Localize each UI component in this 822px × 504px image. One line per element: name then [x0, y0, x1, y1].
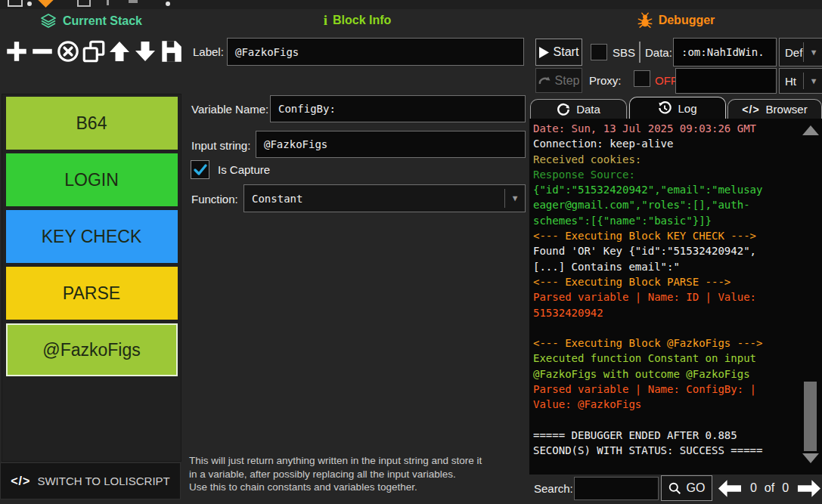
tab-data[interactable]: Data [530, 99, 627, 119]
check-icon [193, 162, 208, 178]
search-pager: 0 of 0 [717, 475, 822, 501]
settings-icon[interactable] [129, 0, 138, 3]
label-field-input[interactable]: @FazkoFigs [227, 38, 524, 66]
variable-name-input[interactable]: ConfigBy: [270, 95, 526, 122]
stack-block[interactable]: PARSE [6, 267, 178, 320]
move-down-icon[interactable] [132, 36, 158, 67]
stack-block[interactable]: @FazkoFigs [6, 323, 178, 376]
debugger-title: Debugger [659, 14, 715, 27]
log-line: Parsed variable | Name: ConfigBy: | [533, 382, 799, 397]
description-line: Use this to chain constants and variable… [189, 481, 531, 494]
log-line: SECOND(S) WITH STATUS: SUCCESS ===== [533, 443, 799, 458]
proxy-input[interactable] [675, 68, 777, 94]
clone-block-icon[interactable] [81, 36, 107, 67]
log-line: schemes":[{"name":"basic"}]} [533, 213, 799, 228]
switch-to-loliscript-button[interactable]: </> SWITCH TO LOLISCRIPT [0, 462, 181, 499]
log-line: [...] Contains email":" [533, 259, 799, 274]
go-button-label: GO [687, 481, 706, 495]
log-line: {"id":"51532420942","email":"melusay [533, 182, 799, 197]
block-description: This will just return anything written i… [189, 454, 531, 494]
chevron-down-icon: ▼ [804, 48, 822, 57]
search-label: Search: [534, 482, 573, 495]
log-line: @FazkoFigs with outcome @FazkoFigs [533, 366, 799, 382]
wordlist-type-dropdown[interactable]: Def ▼ [779, 38, 822, 66]
scrollbar-thumb[interactable] [804, 382, 817, 451]
chevron-down-icon: ▼ [804, 76, 822, 86]
log-line [533, 320, 799, 335]
log-line: 51532420942 [533, 305, 799, 320]
next-result-icon[interactable] [796, 478, 822, 499]
window-icon[interactable] [8, 0, 23, 7]
tab-browser-label: Browser [766, 103, 808, 116]
config-icon[interactable] [77, 0, 91, 7]
openbullet-logo-icon [38, 0, 54, 8]
sbs-checkbox[interactable] [591, 44, 607, 60]
tab-log[interactable]: Log [629, 97, 726, 119]
tab-log-label: Log [678, 102, 696, 115]
log-line: Parsed variable | Name: ID | Value: [533, 289, 799, 305]
search-total: 0 [782, 481, 789, 495]
info-icon: i [324, 12, 327, 29]
start-button-label: Start [554, 45, 579, 59]
play-icon [539, 47, 549, 58]
top-toolbar-strip [0, 0, 822, 9]
proxy-type-dropdown[interactable]: Ht ▼ [779, 68, 822, 94]
block-info-title: Block Info [333, 14, 391, 27]
remove-block-icon[interactable] [29, 36, 55, 67]
dot-icon[interactable] [27, 2, 32, 6]
function-dropdown[interactable]: Constant ▼ [243, 184, 526, 212]
proxy-checkbox[interactable] [634, 70, 650, 87]
log-line: <--- Executing Block PARSE ---> [533, 274, 799, 289]
step-icon [538, 76, 551, 85]
proxy-label: Proxy: [589, 74, 622, 87]
scroll-down-icon[interactable] [802, 453, 819, 463]
switch-to-loliscript-label: SWITCH TO LOLISCRIPT [37, 475, 169, 487]
stack-block[interactable]: B64 [6, 97, 178, 150]
search-of-label: of [765, 481, 774, 495]
log-line: Received cookies: [533, 152, 799, 167]
description-line: in a variable, after possibly replacing … [189, 468, 531, 481]
sbs-label: SBS [613, 46, 635, 59]
is-capture-checkbox[interactable] [191, 160, 209, 179]
log-line: Found 'OR' Key {"id":"51532420942", [533, 243, 799, 258]
data-input[interactable]: :om:NahIdWin. [673, 38, 777, 66]
log-panel: Date: Sun, 13 Jul 2025 09:03:26 GMTConne… [529, 119, 822, 475]
log-line: eager@gmail.com","roles":[],"auth- [533, 197, 799, 212]
log-line [533, 413, 799, 428]
current-stack-header: Current Stack [0, 12, 181, 30]
tab-browser[interactable]: </> Browser [727, 99, 822, 119]
step-button[interactable]: Step [535, 68, 582, 93]
proxy-status: OFF [655, 74, 678, 87]
stack-block-list: B64LOGINKEY CHECKPARSE@FazkoFigs [2, 94, 181, 462]
list-icon[interactable] [107, 0, 109, 5]
go-button[interactable]: GO [661, 475, 712, 501]
save-stack-icon[interactable] [158, 36, 184, 67]
stack-toolbar [4, 36, 184, 67]
separator [639, 42, 641, 63]
block-info-header: i Block Info [185, 12, 529, 29]
step-button-label: Step [555, 74, 580, 88]
label-field-label: Label: [193, 45, 224, 58]
app-window: Current Stack i Block Info Debugger [0, 0, 822, 504]
log-line: ===== DEBUGGER ENDED AFTER 0.885 [533, 428, 799, 443]
stack-block[interactable]: KEY CHECK [6, 210, 178, 263]
debugger-header: Debugger [529, 12, 822, 29]
scroll-up-icon[interactable] [802, 125, 819, 135]
function-label: Function: [191, 193, 238, 206]
dot-icon[interactable] [166, 2, 170, 6]
reload-icon [557, 103, 570, 116]
start-button[interactable]: Start [535, 39, 582, 66]
stack-block[interactable]: LOGIN [6, 153, 178, 206]
chevron-down-icon: ▼ [505, 193, 525, 203]
code-icon: </> [742, 104, 759, 116]
input-string-input[interactable]: @FazkoFigs [256, 131, 526, 158]
current-stack-title: Current Stack [63, 14, 142, 28]
proxy-type-value: Ht [780, 75, 803, 88]
move-up-icon[interactable] [107, 36, 132, 67]
clear-block-icon[interactable] [55, 36, 81, 67]
tab-data-label: Data [576, 103, 600, 116]
add-block-icon[interactable] [4, 36, 29, 67]
search-input[interactable] [574, 477, 659, 500]
prev-result-icon[interactable] [717, 478, 743, 499]
code-icon: </> [11, 475, 30, 488]
